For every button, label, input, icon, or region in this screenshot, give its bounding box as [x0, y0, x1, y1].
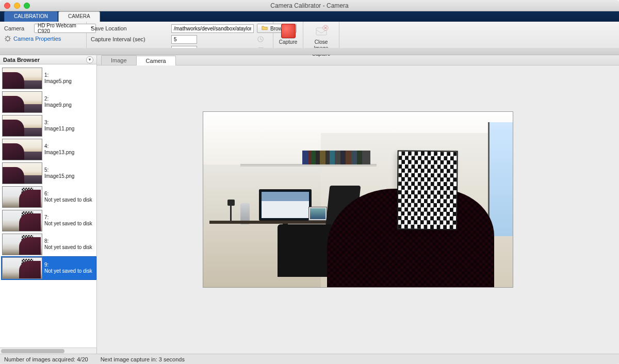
thumbnail-image — [2, 234, 42, 255]
capture-interval-label: Capture Interval (sec) — [91, 36, 168, 42]
window-zoom-button[interactable] — [24, 3, 30, 9]
save-location-input[interactable] — [171, 24, 254, 33]
thumbnail-image — [2, 162, 42, 184]
thumbnail-item[interactable]: 3:Image11.png — [1, 114, 96, 138]
thumbnail-label: 1:Image5.png — [44, 72, 72, 85]
thumbnail-image — [2, 210, 42, 231]
camera-select-value: HD Pro Webcam C920 — [38, 23, 86, 34]
thumbnail-label: 7:Not yet saved to disk — [44, 214, 92, 227]
window-close-button[interactable] — [4, 3, 10, 9]
thumbnail-item[interactable]: 7:Not yet saved to disk — [1, 209, 96, 233]
data-browser-menu-button[interactable]: ▾ — [86, 56, 93, 63]
window-minimize-button[interactable] — [14, 3, 20, 9]
thumbnail-image — [2, 91, 42, 113]
thumbnail-image — [2, 139, 42, 160]
status-acquired: Number of images acquired: 4/20 — [4, 356, 88, 362]
thumbnail-item[interactable]: 5:Image15.png — [1, 161, 96, 185]
status-next-capture: Next image capture in: 3 seconds — [101, 356, 185, 362]
close-icon — [314, 24, 329, 38]
close-capture-label-1: Close — [307, 39, 336, 45]
capture-interval-input[interactable] — [171, 35, 197, 44]
thumbnail-item[interactable]: 1:Image5.png — [1, 67, 96, 90]
thumbnail-label: 3:Image11.png — [44, 120, 74, 133]
save-location-label: Save Location — [91, 25, 168, 31]
data-browser-title: Data Browser — [3, 57, 40, 63]
thumbnail-image — [2, 115, 42, 137]
camera-properties-label: Camera Properties — [13, 36, 61, 42]
record-icon — [281, 24, 296, 38]
camera-label: Camera — [4, 25, 31, 31]
window-titlebar: Camera Calibrator - Camera — [0, 0, 619, 11]
tab-camera[interactable]: CAMERA — [58, 11, 100, 22]
capture-button-label: Capture — [274, 39, 303, 45]
clock-icon — [257, 36, 264, 43]
thumbnail-image — [2, 257, 42, 279]
thumbnail-hscrollbar[interactable] — [0, 348, 96, 354]
viewer-tabbar: Image Camera — [97, 55, 619, 65]
gear-icon — [4, 35, 11, 42]
thumbnail-label: 4:Image13.png — [44, 143, 74, 156]
thumbnail-image — [2, 68, 42, 89]
camera-properties-button[interactable]: Camera Properties — [4, 35, 82, 42]
status-bar: Number of images acquired: 4/20 Next ima… — [0, 354, 619, 364]
thumbnail-item[interactable]: 2:Image9.png — [1, 90, 96, 114]
thumbnail-item[interactable]: 9:Not yet saved to disk — [1, 256, 96, 280]
thumbnail-list[interactable]: 1:Image5.png2:Image9.png3:Image11.png4:I… — [0, 64, 96, 348]
svg-point-0 — [6, 37, 9, 40]
viewer-tab-camera[interactable]: Camera — [136, 56, 176, 65]
thumbnail-label: 8:Not yet saved to disk — [44, 238, 92, 251]
toolstrip: Camera HD Pro Webcam C920 Camera Propert… — [0, 22, 619, 55]
thumbnail-label: 6:Not yet saved to disk — [44, 191, 92, 204]
capture-button[interactable]: Capture — [274, 24, 303, 45]
thumbnail-item[interactable]: 4:Image13.png — [1, 138, 96, 161]
thumbnail-label: 5:Image15.png — [44, 167, 74, 180]
thumbnail-item[interactable]: 8:Not yet saved to disk — [1, 233, 96, 256]
viewer-tab-image[interactable]: Image — [101, 55, 137, 65]
folder-icon — [262, 25, 269, 32]
toolstrip-tabbar: CALIBRATION CAMERA — [0, 11, 619, 22]
window-title: Camera Calibrator - Camera — [270, 2, 348, 9]
camera-live-preview — [203, 112, 513, 287]
thumbnail-label: 9:Not yet saved to disk — [44, 262, 92, 275]
thumbnail-item[interactable]: 6:Not yet saved to disk — [1, 185, 96, 209]
checkerboard-icon — [397, 150, 458, 230]
viewer-body — [97, 65, 619, 354]
thumbnail-image — [2, 186, 42, 208]
tab-calibration[interactable]: CALIBRATION — [4, 11, 58, 22]
thumbnail-label: 2:Image9.png — [44, 96, 72, 109]
data-browser-panel: Data Browser ▾ 1:Image5.png2:Image9.png3… — [0, 55, 97, 354]
